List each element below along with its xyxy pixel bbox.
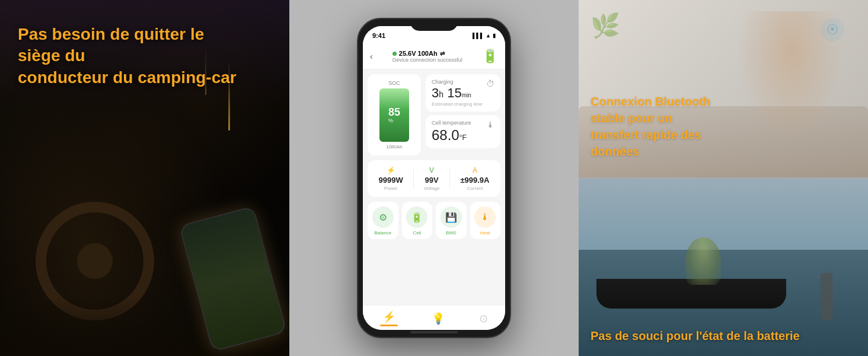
left-title: Pas besoin de quitter le siège du conduc… [18, 24, 243, 88]
left-title-line2: conducteur du camping-car [18, 68, 237, 87]
charging-info: Charging 3h 15min Estimated charging tim… [432, 79, 483, 107]
soc-label: SOC [388, 80, 400, 86]
soldier-figure [685, 237, 721, 285]
left-title-line1: Pas besoin de quitter le siège du [18, 25, 204, 65]
right-info: Charging 3h 15min Estimated charging tim… [426, 74, 500, 155]
charging-label: Charging [432, 79, 483, 85]
soc-card: SOC 85 % 1080Ah [368, 74, 421, 155]
connection-dot [392, 52, 397, 56]
balance-btn[interactable]: ⚙ Balance [368, 202, 398, 239]
soc-ah: 1080Ah [386, 144, 403, 150]
soc-percent: 85 [388, 107, 400, 117]
right-bottom-text: Pas de souci pour l'état de la batterie [591, 328, 800, 344]
current-value: ±999.9A [460, 176, 489, 185]
charging-time: 3h 15min [432, 86, 483, 100]
charging-hours: 3 [432, 85, 439, 100]
nav-active-bar [380, 325, 398, 326]
power-icon: ⚡ [379, 166, 403, 174]
right-bottom-line: Pas de souci pour l'état de la batterie [591, 329, 800, 342]
back-button[interactable]: ‹ [370, 52, 373, 61]
phone-screen: 9:41 ▌▌▌ ▲ ▮ ‹ 25.6V 100Ah ⇌ Device conn… [363, 26, 505, 330]
temp-number: 68.0 [432, 127, 459, 143]
nav-info[interactable]: 💡 [432, 312, 445, 325]
right-top-panel: 🌿 ⦿ Connexion Bluetooth stable pour un t… [579, 0, 868, 177]
device-name: 25.6V 100Ah [399, 50, 438, 57]
phone-content: SOC 85 % 1080Ah Charging [363, 69, 505, 305]
center-panel: 9:41 ▌▌▌ ▲ ▮ ‹ 25.6V 100Ah ⇌ Device conn… [289, 0, 579, 356]
balance-icon: ⚙ [372, 206, 394, 228]
soc-bar: 85 % [379, 88, 409, 142]
charging-sub: Estimated charging time [432, 101, 483, 107]
phone-mockup: 9:41 ▌▌▌ ▲ ▮ ‹ 25.6V 100Ah ⇌ Device conn… [357, 18, 511, 338]
power-label: Power [379, 186, 403, 191]
divider-2 [449, 169, 450, 189]
right-top-line2: transfert rapide des données [591, 128, 701, 158]
charging-card: Charging 3h 15min Estimated charging tim… [426, 74, 500, 112]
timer-icon: ⏱ [486, 79, 494, 88]
battery-header-icon[interactable]: 🔋 [482, 49, 498, 64]
heat-btn[interactable]: 🌡 Heat [470, 202, 501, 239]
current-icon: A [460, 166, 489, 174]
function-buttons: ⚙ Balance 🔋 Cell 💾 BMS 🌡 Heat [368, 202, 500, 239]
connection-status: Device connection successful [392, 57, 462, 63]
power-value: 9999W [379, 176, 403, 185]
charging-min-unit: min [462, 92, 471, 98]
plant-decoration: 🌿 [591, 12, 620, 40]
temp-value: 68.0°F [432, 127, 471, 144]
voltage-label: Voltage [424, 186, 440, 191]
signal-icon: ▌▌▌ [473, 33, 484, 39]
right-top-text: Connexion Bluetooth stable pour un trans… [591, 93, 739, 160]
soc-unit: % [388, 117, 400, 123]
home-indicator [410, 331, 458, 333]
right-panel: 🌿 ⦿ Connexion Bluetooth stable pour un t… [579, 0, 868, 356]
charging-minutes: 15 [447, 85, 461, 100]
temp-label: Cell temperature [432, 120, 471, 126]
voltage-icon: V [424, 166, 440, 174]
voltage-value: 99V [424, 176, 440, 185]
status-icons: ▌▌▌ ▲ ▮ [473, 33, 496, 39]
charging-h-unit: h [439, 90, 443, 99]
motor-pole [821, 273, 832, 320]
header-center: 25.6V 100Ah ⇌ Device connection successf… [392, 50, 462, 63]
cell-label: Cell [413, 230, 421, 236]
top-info-row: SOC 85 % 1080Ah Charging [368, 74, 500, 155]
bottom-nav: ⚡ 💡 ⊙ [363, 305, 505, 330]
right-bottom-panel: Pas de souci pour l'état de la batterie [579, 179, 868, 356]
right-bottom-sky [579, 179, 868, 259]
current-label: Current [460, 186, 489, 191]
bluetooth-deco: ⦿ [821, 18, 844, 42]
balance-label: Balance [374, 230, 391, 236]
phone-notch [410, 19, 458, 31]
temp-unit: °F [459, 134, 467, 142]
bms-btn[interactable]: 💾 BMS [436, 202, 467, 239]
nav-settings[interactable]: ⊙ [479, 312, 488, 325]
right-top-line1: Connexion Bluetooth stable pour un [591, 95, 710, 125]
left-panel: Pas besoin de quitter le siège du conduc… [0, 0, 289, 356]
app-header: ‹ 25.6V 100Ah ⇌ Device connection succes… [363, 45, 505, 69]
current-metric: A ±999.9A Current [460, 166, 489, 191]
power-metric: ⚡ 9999W Power [379, 166, 403, 191]
nav-lightning-icon: ⚡ [382, 310, 395, 323]
nav-settings-icon: ⊙ [479, 312, 488, 325]
heat-icon: 🌡 [474, 206, 496, 228]
heat-label: Heat [480, 230, 490, 236]
divider-1 [413, 169, 414, 189]
battery-icon: ▮ [493, 33, 496, 39]
nav-bulb-icon: 💡 [432, 312, 445, 325]
metrics-card: ⚡ 9999W Power V 99V Voltage A ±999.9A [368, 160, 500, 197]
cell-btn[interactable]: 🔋 Cell [402, 202, 433, 239]
device-icon: ⇌ [440, 50, 445, 57]
temperature-card: Cell temperature 68.0°F 🌡 [426, 115, 500, 148]
nav-home[interactable]: ⚡ [380, 310, 398, 326]
bms-label: BMS [446, 230, 456, 236]
device-name-row: 25.6V 100Ah ⇌ [392, 50, 462, 57]
voltage-metric: V 99V Voltage [424, 166, 440, 191]
temp-info: Cell temperature 68.0°F [432, 120, 471, 144]
status-time: 9:41 [372, 32, 385, 39]
bms-icon: 💾 [441, 206, 462, 228]
cell-icon: 🔋 [406, 206, 427, 228]
thermometer-icon: 🌡 [486, 120, 494, 129]
soc-value: 85 % [388, 107, 400, 123]
wifi-icon: ▲ [486, 33, 491, 39]
